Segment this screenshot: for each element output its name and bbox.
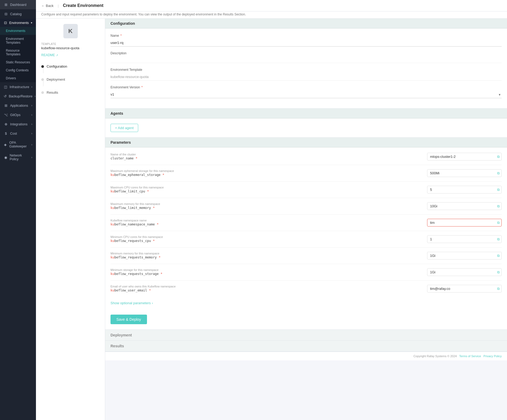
param-key-kubeflow_requests_storage: kubeflow_requests_storage * bbox=[111, 272, 422, 276]
sidebar-sub-label: Environments bbox=[6, 29, 25, 33]
name-label: Name * bbox=[111, 34, 502, 38]
param-input-col-kubeflow_limit_memory: ⧉ bbox=[427, 202, 502, 210]
sidebar-item-resource-templates[interactable]: Resource Templates bbox=[0, 47, 36, 58]
param-row-kubeflow_limit_cpu: Maximum CPU cores for this namespace kub… bbox=[111, 186, 502, 198]
copy-icon-kubeflow_requests_cpu[interactable]: ⧉ bbox=[497, 237, 500, 241]
sidebar-item-environments-sub[interactable]: Environments bbox=[0, 27, 36, 35]
env-version-select[interactable]: v1 v2 bbox=[111, 91, 502, 98]
terms-label: Terms of Service bbox=[459, 355, 481, 358]
step-deployment: Deployment bbox=[41, 75, 100, 88]
network-chevron-icon: › bbox=[31, 156, 32, 159]
show-optional-chevron-icon: › bbox=[152, 301, 153, 305]
env-version-required: * bbox=[141, 85, 143, 89]
copy-icon-kubeflow_limit_cpu[interactable]: ⧉ bbox=[497, 188, 500, 192]
infrastructure-icon: ◫ bbox=[4, 85, 7, 89]
name-input[interactable] bbox=[111, 39, 502, 47]
param-name-cluster_name: Name of the cluster bbox=[111, 153, 422, 156]
copy-icon-cluster_name[interactable]: ⧉ bbox=[497, 155, 500, 159]
param-row-kubeflow_limit_memory: Maximum memory for this namespace kubefl… bbox=[111, 202, 502, 215]
readme-label: README bbox=[41, 53, 55, 57]
param-input-kubeflow_requests_cpu[interactable] bbox=[427, 235, 502, 243]
sidebar-item-infrastructure[interactable]: ◫ Infrastructure › bbox=[0, 82, 36, 92]
agents-title: Agents bbox=[111, 111, 123, 116]
param-label-col-kubeflow_requests_cpu: Minimum CPU cores for this namespace kub… bbox=[111, 235, 422, 243]
sidebar-item-label: Environments bbox=[9, 21, 29, 25]
param-label-col-kubeflow_requests_memory: Minimum memory for this namespace kubefl… bbox=[111, 252, 422, 259]
copy-icon-kubeflow_limit_memory[interactable]: ⧉ bbox=[497, 204, 500, 208]
env-version-label: Environment Version * bbox=[111, 85, 502, 89]
environments-chevron-icon: ▾ bbox=[31, 21, 32, 24]
param-input-kubeflow_requests_storage[interactable] bbox=[427, 268, 502, 276]
copy-icon-kubeflow_requests_memory[interactable]: ⧉ bbox=[497, 254, 500, 258]
param-key-kubeflow_requests_memory: kubeflow_requests_memory * bbox=[111, 256, 422, 259]
param-input-col-kubeflow_user_email: ⧉ bbox=[427, 285, 502, 293]
save-deploy-button[interactable]: Save & Deploy bbox=[111, 315, 147, 324]
step-label-deployment: Deployment bbox=[47, 77, 65, 81]
configuration-title: Configuration bbox=[111, 21, 135, 26]
copy-icon-kubeflow_namespace_name[interactable]: ⧉ bbox=[497, 221, 500, 225]
step-label-configuration: Configuration bbox=[47, 64, 67, 68]
param-input-col-kubeflow_requests_cpu: ⧉ bbox=[427, 235, 502, 243]
cost-icon: $ bbox=[4, 131, 8, 135]
back-button[interactable]: ← Back bbox=[41, 4, 54, 8]
form-group-description: Description bbox=[111, 51, 502, 63]
name-required: * bbox=[120, 34, 122, 38]
show-optional-params[interactable]: Show optional parameters › bbox=[111, 301, 502, 305]
sidebar-item-network-policy[interactable]: ◉ Network Policy › bbox=[0, 151, 36, 164]
opa-chevron-icon: › bbox=[31, 143, 32, 146]
param-input-cluster_name[interactable] bbox=[427, 153, 502, 160]
param-label-col-kubeflow_requests_storage: Minimum storage for this namespace kubef… bbox=[111, 268, 422, 276]
param-input-col-kubeflow_requests_storage: ⧉ bbox=[427, 268, 502, 276]
param-row-kubeflow_user_email: Email of user who owns this Kubeflow nam… bbox=[111, 285, 502, 297]
page-subtitle: Configure and input required parameters … bbox=[36, 11, 507, 19]
sidebar-item-applications[interactable]: ⊞ Applications › bbox=[0, 101, 36, 110]
sidebar-item-environment-templates[interactable]: Environment Templates bbox=[0, 35, 36, 47]
param-input-kubeflow_namespace_name[interactable] bbox=[427, 219, 502, 227]
param-name-kubeflow_requests_storage: Minimum storage for this namespace bbox=[111, 268, 422, 271]
sidebar-item-label: Network Policy bbox=[10, 154, 29, 161]
sidebar-item-opa-gatekeeper[interactable]: ◈ OPA Gatekeeper › bbox=[0, 138, 36, 151]
sidebar-item-environments[interactable]: ⊡ Environments ▾ bbox=[0, 19, 36, 27]
step-dot-deployment bbox=[41, 78, 44, 81]
copy-icon-kubeflow_user_email[interactable]: ⧉ bbox=[497, 287, 500, 291]
terms-link[interactable]: Terms of Service bbox=[459, 355, 481, 358]
sidebar-item-backup-restore[interactable]: ↺ Backup/Restore › bbox=[0, 92, 36, 101]
privacy-label: Privacy Policy bbox=[484, 355, 502, 358]
sidebar-item-cost[interactable]: $ Cost › bbox=[0, 129, 36, 138]
param-input-kubeflow_requests_memory[interactable] bbox=[427, 252, 502, 260]
param-label-col-kubeflow_user_email: Email of user who owns this Kubeflow nam… bbox=[111, 285, 422, 292]
applications-icon: ⊞ bbox=[4, 104, 8, 108]
sidebar-item-label: Infrastructure bbox=[10, 85, 29, 89]
param-input-kubeflow_user_email[interactable] bbox=[427, 285, 502, 293]
sidebar-sub-label: Config Contexts bbox=[6, 68, 28, 72]
env-template-label: Environment Template bbox=[111, 68, 502, 72]
sidebar-item-config-contexts[interactable]: Config Contexts bbox=[0, 66, 36, 74]
backup-icon: ↺ bbox=[4, 94, 7, 98]
right-panel: Configuration Name * Description bbox=[105, 19, 507, 420]
add-agent-button[interactable]: + Add agent bbox=[111, 124, 138, 132]
readme-link[interactable]: README ↗ bbox=[41, 53, 100, 57]
sidebar-item-gitops[interactable]: ⌥ GitOps › bbox=[0, 110, 36, 120]
copy-icon-kubeflow_ephemeral_storage[interactable]: ⧉ bbox=[497, 171, 500, 175]
param-input-kubeflow_limit_memory[interactable] bbox=[427, 202, 502, 210]
sidebar-item-static-resources[interactable]: Static Resources bbox=[0, 58, 36, 66]
results-section-header[interactable]: Results bbox=[105, 341, 507, 352]
sidebar-item-drivers[interactable]: Drivers bbox=[0, 74, 36, 82]
privacy-link[interactable]: Privacy Policy bbox=[484, 355, 502, 358]
cost-chevron-icon: › bbox=[31, 132, 32, 135]
dashboard-icon: ⊞ bbox=[4, 3, 8, 7]
param-key-kubeflow_user_email: kubeflow_user_email * bbox=[111, 289, 422, 292]
sidebar-item-integrations[interactable]: ⊕ Integrations › bbox=[0, 120, 36, 129]
param-row-kubeflow_requests_cpu: Minimum CPU cores for this namespace kub… bbox=[111, 235, 502, 248]
sidebar-item-label: Cost bbox=[10, 132, 17, 135]
deployment-title: Deployment bbox=[111, 333, 132, 337]
deployment-section-header[interactable]: Deployment bbox=[105, 330, 507, 341]
sidebar-item-dashboard[interactable]: ⊞ Dashboard bbox=[0, 0, 36, 9]
sidebar-item-catalog[interactable]: ⊟ Catalog bbox=[0, 9, 36, 19]
agents-section-body: + Add agent bbox=[105, 118, 507, 138]
agents-section: Agents + Add agent bbox=[105, 109, 507, 138]
copy-icon-kubeflow_requests_storage[interactable]: ⧉ bbox=[497, 270, 500, 274]
param-input-kubeflow_limit_cpu[interactable] bbox=[427, 186, 502, 193]
integrations-chevron-icon: › bbox=[31, 123, 32, 126]
param-input-kubeflow_ephemeral_storage[interactable] bbox=[427, 169, 502, 177]
